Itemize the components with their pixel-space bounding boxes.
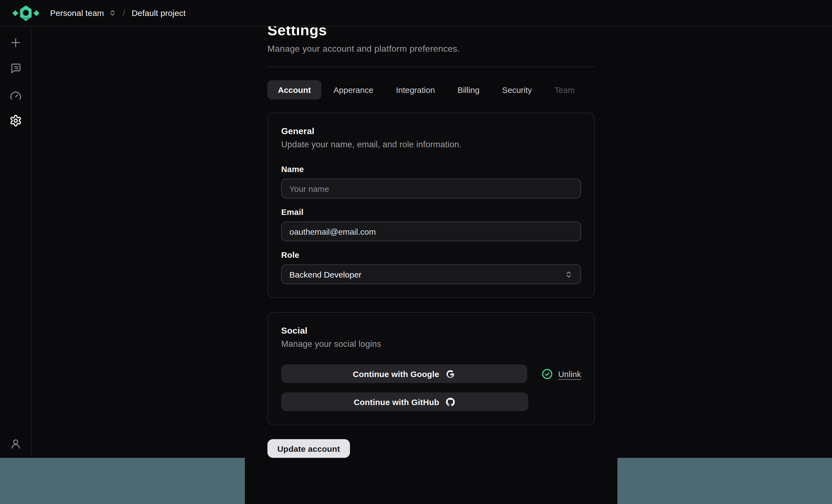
breadcrumb: Personal team / Default project bbox=[50, 8, 186, 18]
general-description: Update your name, email, and role inform… bbox=[281, 140, 581, 149]
team-name: Personal team bbox=[50, 8, 104, 18]
chat-nav-button[interactable] bbox=[0, 63, 31, 74]
google-linked-status: Unlink bbox=[542, 368, 581, 380]
name-field-group: Name bbox=[281, 164, 581, 198]
email-input[interactable] bbox=[281, 222, 581, 241]
general-card: General Update your name, email, and rol… bbox=[267, 113, 595, 298]
left-sidebar bbox=[0, 26, 31, 458]
settings-page: Settings Manage your account and platfor… bbox=[245, 0, 617, 458]
dashboard-nav-button[interactable] bbox=[0, 90, 31, 102]
chevrons-up-down-icon bbox=[109, 9, 116, 17]
role-select[interactable]: Backend Developer bbox=[281, 264, 581, 284]
main-content-column: Settings Manage your account and platfor… bbox=[245, 0, 617, 504]
general-heading: General bbox=[281, 127, 581, 136]
chat-bubble-icon bbox=[10, 63, 21, 74]
page-subtitle: Manage your account and platform prefere… bbox=[267, 44, 595, 54]
email-field-group: Email bbox=[281, 207, 581, 241]
tab-security[interactable]: Security bbox=[492, 80, 542, 100]
github-mark-icon bbox=[445, 396, 456, 407]
social-heading: Social bbox=[281, 326, 581, 336]
settings-nav-button[interactable] bbox=[0, 114, 31, 127]
role-label: Role bbox=[281, 250, 581, 259]
gear-icon bbox=[9, 114, 22, 127]
role-field-group: Role Backend Developer bbox=[281, 250, 581, 284]
tab-account[interactable]: Account bbox=[267, 80, 321, 100]
app-viewport: Settings Manage your account and platfor… bbox=[0, 0, 832, 504]
logo-diamond-right bbox=[33, 10, 40, 16]
top-bar: Personal team / Default project bbox=[0, 0, 832, 26]
account-nav-button[interactable] bbox=[0, 438, 31, 450]
update-account-button[interactable]: Update account bbox=[267, 439, 350, 458]
breadcrumb-separator: / bbox=[123, 8, 125, 18]
unlink-google-link[interactable]: Unlink bbox=[558, 369, 581, 379]
email-label: Email bbox=[281, 207, 581, 217]
team-switcher[interactable]: Personal team bbox=[50, 8, 116, 18]
chevrons-up-down-icon bbox=[565, 270, 573, 278]
tab-appearance[interactable]: Apperance bbox=[323, 80, 384, 100]
user-icon bbox=[10, 438, 21, 450]
google-login-row: Continue with Google bbox=[281, 364, 581, 383]
tab-integration[interactable]: Integration bbox=[386, 80, 445, 100]
gauge-icon bbox=[10, 90, 21, 102]
tab-team[interactable]: Team bbox=[544, 80, 585, 100]
tab-billing[interactable]: Billing bbox=[447, 80, 490, 100]
settings-tabs: Account Apperance Integration Billing Se… bbox=[267, 80, 595, 100]
social-card: Social Manage your social logins Continu… bbox=[267, 312, 595, 425]
check-circle-icon bbox=[542, 368, 553, 380]
continue-with-github-button[interactable]: Continue with GitHub bbox=[281, 392, 528, 411]
social-description: Manage your social logins bbox=[281, 339, 581, 349]
header-divider bbox=[267, 66, 595, 67]
logo-diamond-left bbox=[12, 10, 19, 16]
name-input[interactable] bbox=[281, 178, 581, 198]
google-button-label: Continue with Google bbox=[353, 369, 439, 379]
github-login-row: Continue with GitHub bbox=[281, 392, 581, 411]
new-item-button[interactable] bbox=[0, 37, 31, 48]
plus-icon bbox=[10, 37, 21, 48]
name-label: Name bbox=[281, 164, 581, 174]
github-button-label: Continue with GitHub bbox=[354, 397, 439, 407]
logo[interactable] bbox=[10, 2, 42, 24]
role-select-value: Backend Developer bbox=[289, 270, 362, 279]
google-g-icon bbox=[445, 368, 456, 379]
continue-with-google-button[interactable]: Continue with Google bbox=[281, 364, 527, 383]
project-name: Default project bbox=[131, 8, 185, 18]
